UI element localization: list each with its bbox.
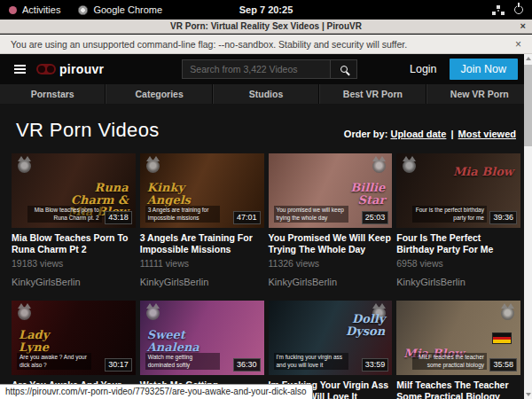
scrollbar-up-arrow-icon[interactable] — [526, 57, 531, 60]
activities-button[interactable]: Activities — [9, 4, 60, 15]
thumb-caption-text: I'm fucking your virgin ass and you will… — [274, 353, 348, 370]
nav-item-pornstars[interactable]: Pornstars — [0, 84, 106, 104]
video-grid: Runa Charm & Mia Blow Mia Blow teaches p… — [0, 153, 532, 399]
video-thumbnail[interactable]: Sweet Analena Watch me getting dominated… — [140, 301, 264, 375]
duration-badge: 35:58 — [489, 358, 517, 372]
duration-badge: 39:36 — [489, 211, 517, 224]
page-title: VR Porn Videos — [16, 119, 160, 142]
flag-notice-text: You are using an unsupported command-lin… — [11, 39, 407, 50]
duration-badge: 30:17 — [105, 358, 132, 372]
video-thumbnail[interactable]: Billie Star You promised we will keep tr… — [269, 153, 393, 228]
studio-watermark-icon — [372, 160, 386, 173]
site-logo[interactable]: pirouvr — [36, 62, 104, 76]
join-now-button[interactable]: Join Now — [450, 59, 518, 80]
view-count: 11326 views — [269, 258, 393, 269]
clock[interactable]: Sep 7 20:25 — [239, 4, 293, 15]
video-thumbnail[interactable]: Lady Lyne Are you awake ? And your dick … — [12, 301, 136, 375]
search-bar — [182, 59, 357, 79]
video-thumbnail[interactable]: Kinky Angels 3 Angels are training for i… — [140, 153, 264, 228]
duration-badge: 33:59 — [362, 358, 389, 372]
video-card[interactable]: Billie Star You promised we will keep tr… — [269, 153, 393, 287]
video-card[interactable]: Mia Blow Four is the perfect birthday pa… — [396, 153, 520, 287]
thumb-overlay-text: Dolly Dyson — [321, 313, 385, 337]
page-heading-row: VR Porn Videos Order by: Upload date | M… — [0, 104, 532, 153]
video-title[interactable]: Four Is The Perfect Birthday Party For M… — [396, 232, 520, 254]
search-input[interactable] — [182, 59, 331, 79]
thumb-overlay-text: Billie Star — [321, 182, 385, 206]
nav-item-new-vr-porn[interactable]: New VR Porn — [426, 84, 532, 104]
studio-watermark-icon — [146, 160, 160, 173]
network-icon[interactable] — [497, 5, 500, 9]
page-scrollbar[interactable] — [524, 54, 532, 399]
flag-notice-bar: You are using an unsupported command-lin… — [0, 35, 532, 54]
video-thumbnail[interactable]: Runa Charm & Mia Blow Mia Blow teaches p… — [12, 153, 136, 228]
search-icon — [340, 66, 348, 73]
video-thumbnail[interactable]: Dolly Dyson I'm fucking your virgin ass … — [269, 301, 393, 375]
video-card[interactable]: Kinky Angels 3 Angels are training for i… — [140, 153, 264, 287]
thumb-caption-text: Are you awake ? And your dick also ? — [17, 353, 91, 370]
order-by: Order by: Upload date | Most viewed — [344, 129, 516, 142]
studio-link[interactable]: KinkyGirlsBerlin — [396, 277, 520, 287]
power-icon[interactable] — [514, 5, 523, 14]
video-card[interactable]: Runa Charm & Mia Blow Mia Blow teaches p… — [12, 153, 136, 287]
window-close-icon[interactable]: × — [520, 20, 526, 31]
scrollbar-down-arrow-icon[interactable] — [526, 393, 531, 396]
thumb-overlay-text: Sweet Analena — [147, 329, 211, 353]
video-title[interactable]: 3 Angels Are Training For Impossible Mis… — [140, 232, 264, 254]
thumb-caption-text: You promised we will keep trying the who… — [274, 206, 348, 223]
nav-item-studios[interactable]: Studios — [213, 84, 319, 104]
studio-watermark-icon — [18, 160, 31, 173]
status-url-bubble: https://pirouvr.com/vr-porn-video/779325… — [0, 384, 313, 399]
duration-badge: 36:30 — [233, 358, 261, 372]
notice-close-icon[interactable]: × — [515, 38, 521, 51]
video-title[interactable]: You Promised We Will Keep Trying The Who… — [269, 232, 393, 254]
duration-badge: 25:03 — [362, 211, 389, 224]
thumb-caption-text: Mia Blow teaches porn to Runa Charm pt. … — [27, 206, 102, 223]
duration-badge: 47:01 — [233, 211, 261, 224]
thumb-overlay-text: Mia Blow — [453, 166, 513, 178]
nav-item-categories[interactable]: Categories — [106, 84, 212, 104]
german-flag-icon — [492, 332, 512, 344]
studio-watermark-icon — [403, 160, 416, 173]
tab-title: VR Porn: Virtual Reality Sex Videos | Pi… — [170, 21, 362, 31]
chrome-icon — [78, 5, 88, 15]
activities-label: Activities — [22, 4, 60, 15]
order-most-viewed-link[interactable]: Most viewed — [458, 129, 516, 139]
order-upload-date-link[interactable]: Upload date — [390, 129, 446, 139]
page-viewport: pirouvr Login Join Now PornstarsCategori… — [0, 54, 532, 399]
chrome-label: Google Chrome — [93, 4, 162, 15]
activities-icon — [9, 6, 17, 14]
login-link[interactable]: Login — [410, 63, 437, 75]
view-count: 19183 views — [12, 258, 136, 269]
video-thumbnail[interactable]: Mia Blow Four is the perfect birthday pa… — [396, 153, 520, 228]
logo-wordmark: pirouvr — [59, 62, 104, 76]
search-button[interactable] — [331, 59, 357, 79]
order-separator: | — [449, 129, 455, 139]
browser-tab-bar: VR Porn: Virtual Reality Sex Videos | Pi… — [0, 20, 532, 34]
view-count: 11111 views — [140, 258, 264, 269]
scrollbar-thumb[interactable] — [524, 65, 532, 146]
view-count: 6958 views — [396, 258, 520, 269]
studio-link[interactable]: KinkyGirlsBerlin — [12, 277, 136, 287]
screen: Activities Google Chrome Sep 7 20:25 VR … — [0, 0, 532, 399]
chrome-app-indicator[interactable]: Google Chrome — [78, 4, 162, 15]
video-title[interactable]: Mia Blow Teaches Porn To Runa Charm Pt 2 — [12, 232, 136, 254]
thumb-caption-text: 3 Angels are training for impossible mis… — [145, 206, 220, 223]
studio-link[interactable]: KinkyGirlsBerlin — [140, 277, 264, 287]
duration-badge: 43:18 — [105, 211, 132, 224]
video-thumbnail[interactable]: Mia Blow MILF teaches the teacher some p… — [396, 301, 520, 375]
thumb-overlay-text: Lady Lyne — [19, 329, 82, 353]
video-title[interactable]: Milf Teaches The Teacher Some Practical … — [396, 379, 520, 399]
menu-hamburger-icon[interactable] — [14, 65, 26, 74]
site-header: pirouvr Login Join Now — [0, 54, 532, 84]
studio-watermark-icon — [18, 307, 31, 320]
nav-item-best-vr-porn[interactable]: Best VR Porn — [319, 84, 426, 104]
studio-link[interactable]: KinkyGirlsBerlin — [269, 277, 393, 287]
thumb-overlay-text: Kinky Angels — [147, 182, 211, 206]
system-top-bar: Activities Google Chrome Sep 7 20:25 — [0, 0, 532, 20]
video-card[interactable]: Mia Blow MILF teaches the teacher some p… — [396, 301, 520, 399]
vr-goggles-icon — [36, 64, 56, 74]
studio-watermark-icon — [501, 307, 514, 320]
order-by-label: Order by: — [344, 129, 388, 139]
thumb-caption-text: Watch me getting dominated softly — [145, 353, 220, 370]
